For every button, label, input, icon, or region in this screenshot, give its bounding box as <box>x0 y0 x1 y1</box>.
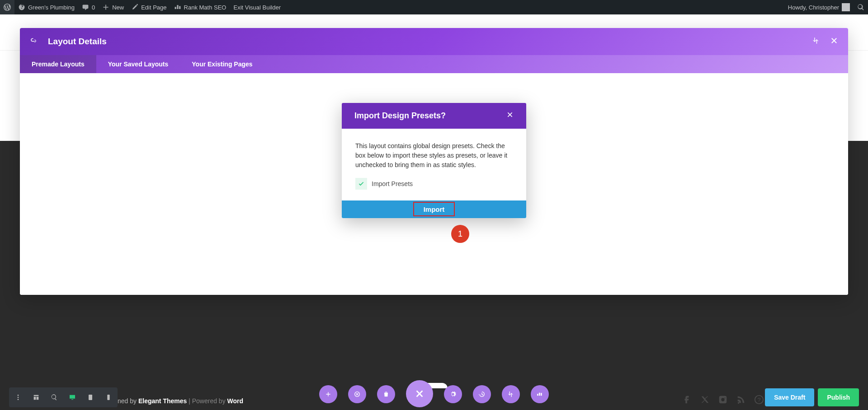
close-builder-button[interactable] <box>406 380 433 407</box>
exit-vb-link[interactable]: Exit Visual Builder <box>230 0 284 14</box>
clear-layout-button[interactable] <box>377 385 395 403</box>
new-link[interactable]: New <box>99 0 127 14</box>
dialog-header: Import Design Presets? <box>342 103 526 129</box>
close-icon[interactable] <box>830 37 838 47</box>
desktop-view-icon[interactable] <box>63 387 81 407</box>
svg-point-3 <box>18 397 19 398</box>
tablet-view-icon[interactable] <box>81 387 99 407</box>
dialog-body: This layout contains global design prese… <box>342 129 526 200</box>
tab-premade-layouts[interactable]: Premade Layouts <box>20 55 96 73</box>
layout-header: Layout Details <box>20 28 848 55</box>
adminbar-left: Green's Plumbing 0 New Edit Page Rank Ma… <box>0 0 284 14</box>
dialog-close-icon[interactable] <box>506 111 514 121</box>
wp-logo[interactable] <box>0 0 14 14</box>
divi-center-actions <box>319 380 549 408</box>
tab-existing-pages[interactable]: Your Existing Pages <box>180 55 264 73</box>
dialog-footer: Import <box>342 200 526 218</box>
howdy-label: Howdy, Christopher <box>788 4 839 11</box>
load-library-button[interactable] <box>348 385 366 403</box>
menu-dots-icon[interactable] <box>9 387 27 407</box>
import-presets-dialog: Import Design Presets? This layout conta… <box>342 103 526 218</box>
rank-math-label: Rank Math SEO <box>184 4 226 11</box>
import-export-icon[interactable] <box>812 37 820 47</box>
site-name-link[interactable]: Green's Plumbing <box>14 0 78 14</box>
divi-toolbar: Save Draft Publish <box>0 387 868 408</box>
comments-link[interactable]: 0 <box>78 0 99 14</box>
import-presets-checkbox-row: Import Presets <box>355 178 513 190</box>
divi-save-group: Save Draft Publish <box>765 388 859 406</box>
phone-view-icon[interactable] <box>99 387 118 407</box>
badge-number: 1 <box>458 229 462 239</box>
annotation-badge-1: 1 <box>451 225 469 243</box>
svg-rect-5 <box>89 395 92 400</box>
svg-point-2 <box>18 395 19 396</box>
rank-math-link[interactable]: Rank Math SEO <box>170 0 230 14</box>
portability-button[interactable] <box>502 385 520 403</box>
tab-saved-layouts[interactable]: Your Saved Layouts <box>96 55 180 73</box>
import-button[interactable]: Import <box>342 200 526 218</box>
edit-page-link[interactable]: Edit Page <box>127 0 170 14</box>
page-settings-button[interactable] <box>444 385 462 403</box>
search-toggle[interactable] <box>854 0 868 14</box>
publish-label: Publish <box>827 394 850 401</box>
tab-existing-label: Your Existing Pages <box>192 61 252 68</box>
adminbar-right: Howdy, Christopher <box>784 0 868 14</box>
save-draft-button[interactable]: Save Draft <box>765 388 814 406</box>
wp-admin-bar: Green's Plumbing 0 New Edit Page Rank Ma… <box>0 0 868 14</box>
site-name: Green's Plumbing <box>28 4 75 11</box>
add-section-button[interactable] <box>319 385 337 403</box>
howdy-link[interactable]: Howdy, Christopher <box>784 0 854 14</box>
tab-saved-label: Your Saved Layouts <box>108 61 169 68</box>
new-label: New <box>112 4 124 11</box>
import-presets-checkbox[interactable] <box>355 178 367 190</box>
svg-rect-6 <box>107 395 109 400</box>
svg-point-4 <box>18 399 19 400</box>
exit-vb-label: Exit Visual Builder <box>233 4 281 11</box>
import-presets-checkbox-label: Import Presets <box>372 179 413 189</box>
seo-button[interactable] <box>531 385 549 403</box>
layout-title: Layout Details <box>48 37 107 47</box>
tab-premade-label: Premade Layouts <box>32 61 85 68</box>
wireframe-view-icon[interactable] <box>27 387 45 407</box>
layout-tabs: Premade Layouts Your Saved Layouts Your … <box>20 55 848 73</box>
comments-count: 0 <box>92 4 95 11</box>
edit-page-label: Edit Page <box>141 4 166 11</box>
publish-button[interactable]: Publish <box>818 388 859 406</box>
avatar <box>842 3 850 11</box>
history-button[interactable] <box>473 385 491 403</box>
view-mode-group <box>9 387 118 407</box>
zoom-view-icon[interactable] <box>45 387 63 407</box>
dialog-title: Import Design Presets? <box>354 111 446 121</box>
save-draft-label: Save Draft <box>774 394 805 401</box>
back-icon[interactable] <box>30 37 38 47</box>
dialog-description: This layout contains global design prese… <box>355 141 513 170</box>
